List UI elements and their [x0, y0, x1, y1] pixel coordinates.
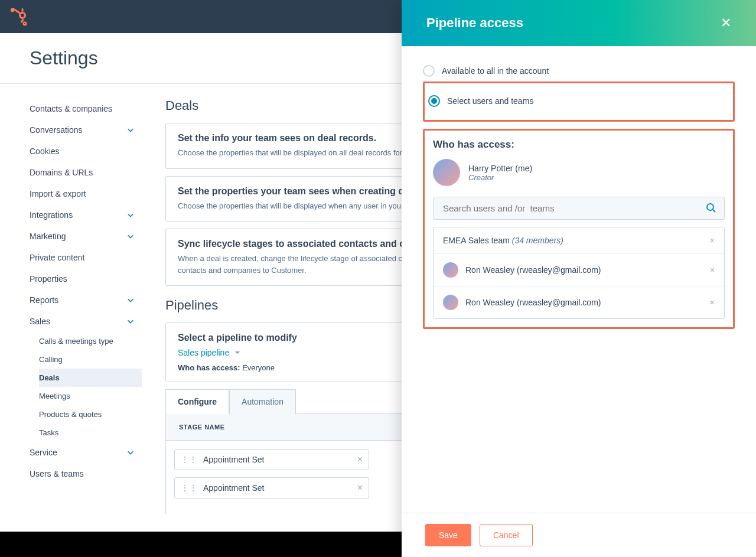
svg-point-5: [11, 8, 14, 12]
avatar: [433, 159, 460, 186]
stage-row[interactable]: ⋮⋮ ×: [174, 477, 369, 499]
creator-role: Creator: [468, 173, 532, 182]
svg-line-8: [713, 210, 715, 212]
creator-row: Harry Potter (me) Creator: [433, 159, 725, 186]
sidebar-item-conversations[interactable]: Conversations: [24, 119, 142, 141]
sidebar-item-sales[interactable]: Sales: [24, 311, 142, 332]
svg-point-7: [707, 204, 713, 210]
chevron-down-icon: [126, 448, 135, 457]
stage-row[interactable]: ⋮⋮ ×: [174, 449, 369, 470]
sidebar-subitem-meetings[interactable]: Meetings: [39, 387, 142, 405]
search-icon[interactable]: [706, 203, 716, 215]
access-item-meta: (34 members): [512, 236, 563, 245]
sidebar-item-properties[interactable]: Properties: [24, 268, 142, 289]
stage-name-input[interactable]: [203, 483, 357, 493]
sidebar-item-integrations[interactable]: Integrations: [24, 204, 142, 226]
drawer-footer: Save Cancel: [402, 513, 756, 514]
radio-select-users[interactable]: Select users and teams: [428, 90, 729, 112]
radio-available-all[interactable]: Available to all in the account: [423, 60, 735, 82]
avatar: [443, 295, 458, 310]
sidebar-item-contacts[interactable]: Contacts & companies: [24, 98, 142, 119]
radio-icon: [428, 95, 440, 107]
drawer-header: Pipeline access ✕: [402, 0, 756, 46]
tab-configure[interactable]: Configure: [165, 389, 229, 414]
pipeline-dropdown[interactable]: Sales pipeline: [178, 348, 241, 357]
chevron-down-icon: [126, 296, 135, 304]
access-item-label: Ron Weasley (rweasley@gmail.com): [465, 298, 601, 307]
sidebar-sales-sub: Calls & meetings type Calling Deals Meet…: [24, 332, 142, 442]
highlight-who-has-access: Who has access: Harry Potter (me) Creato…: [423, 129, 735, 329]
sidebar-subitem-calls-meetings[interactable]: Calls & meetings type: [39, 332, 142, 350]
search-input[interactable]: [433, 197, 725, 220]
avatar: [443, 262, 458, 278]
radio-icon: [423, 65, 435, 77]
sidebar-item-reports[interactable]: Reports: [24, 289, 142, 311]
sidebar-item-marketing[interactable]: Marketing: [24, 226, 142, 247]
drawer-body: Available to all in the account Select u…: [402, 46, 756, 513]
sidebar-subitem-products-quotes[interactable]: Products & quotes: [39, 405, 142, 424]
chevron-down-icon: [126, 317, 135, 325]
tab-automation[interactable]: Automation: [229, 389, 296, 414]
sidebar-item-import-export[interactable]: Import & export: [24, 183, 142, 204]
sidebar-item-private-content[interactable]: Private content: [24, 247, 142, 268]
radio-label: Select users and teams: [447, 96, 533, 106]
sidebar-subitem-calling[interactable]: Calling: [39, 350, 142, 369]
remove-access-icon[interactable]: ×: [710, 265, 715, 275]
sidebar-subitem-deals[interactable]: Deals: [39, 369, 142, 387]
settings-sidebar: Contacts & companies Conversations Cooki…: [0, 84, 142, 514]
remove-stage-icon[interactable]: ×: [357, 454, 363, 465]
sidebar-item-users-teams[interactable]: Users & teams: [24, 463, 142, 484]
access-item-label: Ron Weasley (rweasley@gmail.com): [465, 265, 601, 275]
access-item-user: Ron Weasley (rweasley@gmail.com) ×: [434, 286, 724, 318]
caret-down-icon: [234, 349, 241, 356]
svg-point-1: [21, 14, 24, 17]
access-item-user: Ron Weasley (rweasley@gmail.com) ×: [434, 253, 724, 286]
stage-name-input[interactable]: [203, 455, 357, 464]
chevron-down-icon: [126, 211, 135, 219]
chevron-down-icon: [126, 232, 135, 240]
access-list: EMEA Sales team (34 members) × Ron Weasl…: [433, 227, 725, 319]
chevron-down-icon: [126, 126, 135, 134]
remove-access-icon[interactable]: ×: [710, 236, 715, 245]
remove-access-icon[interactable]: ×: [710, 298, 715, 307]
highlight-select-users: Select users and teams: [423, 82, 735, 122]
sidebar-subitem-tasks[interactable]: Tasks: [39, 424, 142, 442]
drawer-title: Pipeline access: [426, 15, 523, 31]
hubspot-logo-icon: [9, 7, 28, 26]
sidebar-item-domains[interactable]: Domains & URLs: [24, 162, 142, 183]
radio-label: Available to all in the account: [442, 66, 549, 76]
who-has-access-heading: Who has access:: [433, 139, 725, 151]
drag-handle-icon[interactable]: ⋮⋮: [181, 483, 197, 493]
access-item-team: EMEA Sales team (34 members) ×: [434, 227, 724, 253]
pipeline-access-drawer: Pipeline access ✕ Available to all in th…: [402, 0, 756, 514]
drag-handle-icon[interactable]: ⋮⋮: [181, 455, 197, 464]
search-wrap: [433, 197, 725, 220]
sidebar-item-cookies[interactable]: Cookies: [24, 141, 142, 162]
creator-name: Harry Potter (me): [468, 164, 532, 173]
sidebar-item-service[interactable]: Service: [24, 442, 142, 463]
access-item-label: EMEA Sales team: [443, 236, 512, 245]
svg-rect-2: [22, 8, 24, 12]
remove-stage-icon[interactable]: ×: [357, 483, 363, 493]
svg-point-6: [24, 22, 27, 25]
close-icon[interactable]: ✕: [721, 15, 731, 31]
